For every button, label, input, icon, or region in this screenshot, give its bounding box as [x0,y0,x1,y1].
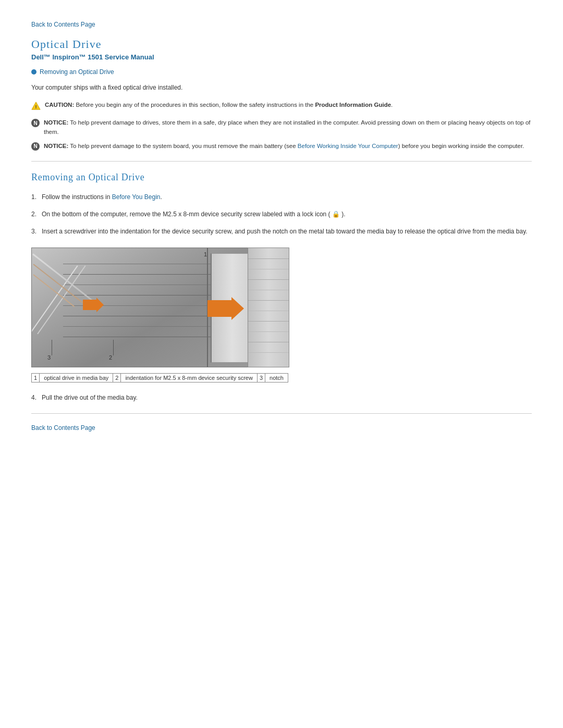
drive-line-4 [248,290,289,290]
orange-arrow-large [207,297,244,322]
product-info-guide-bold: Product Information Guide [315,102,391,108]
svg-marker-3 [207,297,244,320]
divider-2 [31,413,532,414]
slot-line-3 [63,285,224,285]
step-num-4: 4. [31,393,36,403]
legend-table: 1 optical drive in media bay 2 indentati… [31,373,288,382]
step-4: 4. Pull the drive out of the media bay. [31,393,532,403]
step-1-text: Follow the instructions in Before You Be… [42,193,162,201]
divider-1 [31,161,532,162]
img-label-2: 2 [109,354,112,361]
drive-line-9 [248,342,289,342]
notice-icon-1: N [31,119,40,127]
step-3-text: Insert a screwdriver into the indentatio… [42,228,528,235]
page-title: Optical Drive [31,38,532,51]
legend-num-3: 3 [257,373,265,382]
screwdriver-shaft-1 [31,265,78,334]
toc-section: Removing an Optical Drive [31,68,532,76]
step-num-2: 2. [31,209,36,219]
back-link-bottom[interactable]: Back to Contents Page [31,424,532,431]
caution-block: ! CAUTION: Before you begin any of the p… [31,101,532,113]
notice-text-1: NOTICE: To help prevent damage to drives… [44,118,532,137]
drive-line-1 [248,258,289,259]
legend-desc-3: notch [265,373,288,382]
step-1: 1. Follow the instructions in Before You… [31,192,532,202]
notice-icon-2: N [31,142,40,151]
img-label-3: 3 [47,354,51,361]
notice-block-2: N NOTICE: To help prevent damage to the … [31,142,532,151]
legend-row-1: 1 optical drive in media bay 2 indentati… [32,373,288,382]
intro-text: Your computer ships with a fixed optical… [31,84,532,91]
drive-line-6 [248,311,289,311]
legend-container: 1 optical drive in media bay 2 indentati… [31,373,532,382]
slot-line-1 [63,264,224,264]
caution-label: CAUTION: [45,102,74,108]
diagram-container: 1 3 2 [31,248,532,382]
steps-list: 1. Follow the instructions in Before You… [31,192,532,237]
drive-line-10 [248,352,289,353]
back-link-top[interactable]: Back to Contents Page [31,21,532,28]
slot-line-7 [63,326,224,327]
legend-num-1: 1 [32,373,40,382]
drive-line-2 [248,269,289,269]
diagram-right-image [248,248,289,367]
step-num-1: 1. [31,192,36,202]
legend-num-2: 2 [113,373,121,382]
notice-label-1: NOTICE: [44,119,68,126]
img-label-1: 1 [204,251,207,257]
notice-block-1: N NOTICE: To help prevent damage to driv… [31,118,532,137]
svg-text:!: ! [35,104,37,109]
pointer-line-2 [113,340,114,355]
section-title-removing: Removing an Optical Drive [31,172,532,183]
drive-line-3 [248,279,289,280]
svg-marker-2 [83,298,104,312]
orange-arrow-small [83,298,104,314]
step-2-text: On the bottom of the computer, remove th… [42,211,346,218]
step-2: 2. On the bottom of the computer, remove… [31,209,532,219]
legend-desc-2: indentation for M2.5 x 8-mm device secur… [121,373,258,382]
before-you-begin-link[interactable]: Before You Begin [112,193,161,201]
slot-line-2 [63,274,224,275]
drive-line-5 [248,300,289,301]
caution-icon: ! [31,101,41,113]
steps-list-2: 4. Pull the drive out of the media bay. [31,393,532,403]
toc-link-removing[interactable]: Removing an Optical Drive [40,68,114,76]
step-3: 3. Insert a screwdriver into the indenta… [31,227,532,237]
slot-line-6 [63,316,224,316]
step-num-3: 3. [31,227,36,237]
manual-subtitle: Dell™ Inspiron™ 1501 Service Manual [31,53,532,61]
drive-line-7 [248,321,289,322]
toc-bullet-icon [31,69,36,75]
step-4-text: Pull the drive out of the media bay. [42,394,138,401]
notice-label-2: NOTICE: [44,143,68,149]
notice-text-2: NOTICE: To help prevent damage to the sy… [44,142,524,151]
pointer-line-3 [52,340,52,355]
slot-line-8 [63,337,224,337]
drive-line-8 [248,331,289,332]
caution-text: CAUTION: Before you begin any of the pro… [45,101,393,109]
before-working-link[interactable]: Before Working Inside Your Computer [298,143,398,149]
legend-desc-1: optical drive in media bay [40,373,113,382]
